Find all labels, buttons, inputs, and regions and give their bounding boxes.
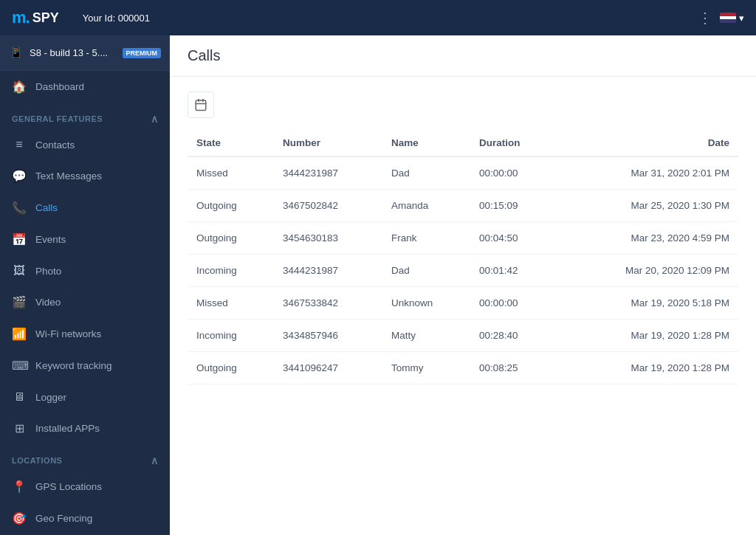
photo-icon: 🖼 [12,264,27,277]
device-name: S8 - build 13 - 5.... [30,47,117,58]
premium-badge: PREMIUM [123,48,162,58]
sidebar-item-dashboard[interactable]: 🏠 Dashboard [0,71,170,103]
sidebar: 📱 S8 - build 13 - 5.... PREMIUM 🏠 Dashbo… [0,35,170,535]
cell-number: 3441096247 [274,352,382,384]
table-row: Incoming 3434857946 Matty 00:28:40 Mar 1… [188,320,738,352]
cell-name: Amanda [382,190,470,222]
cell-date: Mar 31, 2020 2:01 PM [557,156,738,190]
app-header: m. SPY Your Id: 000001 ⋮ ▾ [0,0,756,35]
cell-name: Unknown [382,287,470,320]
sidebar-item-logger[interactable]: 🖥 Logger [0,382,170,413]
header-left: m. SPY Your Id: 000001 [12,8,150,27]
sidebar-item-gps[interactable]: 📍 GPS Locations [0,471,170,503]
sidebar-item-events[interactable]: 📅 Events [0,224,170,255]
table-row: Outgoing 3454630183 Frank 00:04:50 Mar 2… [188,222,738,255]
cell-date: Mar 20, 2020 12:09 PM [557,255,738,287]
dashboard-label: Dashboard [35,81,84,92]
header-right: ⋮ ▾ [698,9,744,27]
cell-name: Tommy [382,352,470,384]
table-header-row: State Number Name Duration Date [188,130,738,156]
col-duration: Duration [470,130,557,156]
cell-duration: 00:15:09 [470,190,557,222]
cell-state: Missed [188,156,274,190]
col-number: Number [274,130,382,156]
svg-rect-0 [196,100,206,111]
content-area: State Number Name Duration Date Missed 3… [170,77,756,535]
logger-icon: 🖥 [12,390,27,404]
cell-duration: 00:04:50 [470,222,557,255]
cell-date: Mar 25, 2020 1:30 PM [557,190,738,222]
cell-name: Dad [382,156,470,190]
page-header: Calls [170,35,756,77]
sidebar-item-wifi[interactable]: 📶 Wi-Fi networks [0,318,170,350]
wifi-icon: 📶 [12,327,27,341]
table-row: Incoming 3444231987 Dad 00:01:42 Mar 20,… [188,255,738,287]
cell-duration: 00:01:42 [470,255,557,287]
calls-label: Calls [35,202,58,213]
cell-duration: 00:08:25 [470,352,557,384]
sidebar-item-text-messages[interactable]: 💬 Text Messages [0,160,170,192]
col-date: Date [557,130,738,156]
keyboard-icon: ⌨ [12,359,27,373]
cell-date: Mar 19, 2020 1:28 PM [557,320,738,352]
video-icon: 🎬 [12,295,27,309]
cell-number: 3467502842 [274,190,382,222]
section-general-features: GENERAL FEATURES ∧ [0,103,170,129]
sidebar-item-installed-apps[interactable]: ⊞ Installed APPs [0,413,170,444]
cell-date: Mar 23, 2020 4:59 PM [557,222,738,255]
cell-state: Missed [188,287,274,320]
device-icon: 📱 [9,46,24,60]
sidebar-item-calls[interactable]: 📞 Calls [0,192,170,224]
flag-chevron: ▾ [739,13,744,24]
section-locations-label: LOCATIONS [12,456,62,465]
logo-spy: SPY [32,10,59,26]
sidebar-item-video[interactable]: 🎬 Video [0,286,170,318]
contacts-icon: ≡ [12,138,27,151]
cell-name: Frank [382,222,470,255]
sidebar-item-contacts[interactable]: ≡ Contacts [0,129,170,160]
calls-table: State Number Name Duration Date Missed 3… [188,130,738,384]
cell-state: Outgoing [188,352,274,384]
cell-state: Incoming [188,255,274,287]
main-content: Calls State Number Name Duration [170,35,756,535]
cell-duration: 00:28:40 [470,320,557,352]
col-name: Name [382,130,470,156]
user-id: Your Id: 000001 [83,13,150,24]
table-body: Missed 3444231987 Dad 00:00:00 Mar 31, 2… [188,156,738,384]
language-selector[interactable]: ▾ [720,13,744,24]
cell-state: Incoming [188,320,274,352]
calls-icon: 📞 [12,201,27,215]
more-options-icon[interactable]: ⋮ [698,9,712,27]
sidebar-item-photo[interactable]: 🖼 Photo [0,255,170,286]
table-head: State Number Name Duration Date [188,130,738,156]
cell-duration: 00:00:00 [470,287,557,320]
apps-icon: ⊞ [12,421,27,435]
cell-number: 3434857946 [274,320,382,352]
sidebar-item-keyword-tracking[interactable]: ⌨ Keyword tracking [0,350,170,382]
cell-number: 3444231987 [274,156,382,190]
calendar-icon [194,98,207,111]
cell-date: Mar 19, 2020 5:18 PM [557,287,738,320]
table-row: Missed 3467533842 Unknown 00:00:00 Mar 1… [188,287,738,320]
cell-state: Outgoing [188,190,274,222]
home-icon: 🏠 [12,80,27,94]
cell-number: 3444231987 [274,255,382,287]
section-chevron[interactable]: ∧ [151,113,159,125]
section-locations: LOCATIONS ∧ [0,444,170,471]
section-general-label: GENERAL FEATURES [12,114,103,123]
page-title: Calls [188,47,220,64]
cell-number: 3467533842 [274,287,382,320]
locations-chevron[interactable]: ∧ [151,455,159,466]
table-row: Outgoing 3441096247 Tommy 00:08:25 Mar 1… [188,352,738,384]
gps-icon: 📍 [12,480,27,494]
cell-duration: 00:00:00 [470,156,557,190]
cell-state: Outgoing [188,222,274,255]
flag-icon [720,13,736,23]
sidebar-item-geo-fencing[interactable]: 🎯 Geo Fencing [0,503,170,534]
col-state: State [188,130,274,156]
geofencing-icon: 🎯 [12,511,27,525]
table-row: Outgoing 3467502842 Amanda 00:15:09 Mar … [188,190,738,222]
messages-icon: 💬 [12,169,27,183]
calendar-filter-button[interactable] [188,92,214,118]
device-selector[interactable]: 📱 S8 - build 13 - 5.... PREMIUM [0,35,170,71]
